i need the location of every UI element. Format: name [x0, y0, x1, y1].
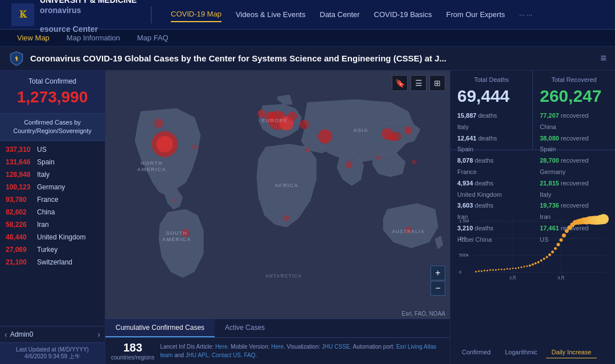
svg-point-55 [506, 268, 508, 270]
recovered-number: 260,247 [540, 86, 608, 106]
mobile-link[interactable]: Here [271, 344, 284, 350]
country-name: Spain [37, 158, 55, 166]
svg-point-44 [475, 271, 477, 272]
chevron-left-icon[interactable]: ‹ [5, 330, 7, 339]
tab-cumulative[interactable]: Cumulative Confirmed Cases [105, 319, 215, 337]
svg-point-46 [481, 270, 482, 272]
nav-basics[interactable]: COVID-19 Basics [374, 7, 432, 22]
menu-icon[interactable]: ≡ [600, 52, 606, 64]
chevron-right-icon[interactable]: › [97, 330, 100, 339]
svg-point-12 [345, 162, 352, 169]
svg-point-71 [548, 253, 551, 256]
sidebar-footer: ‹ Admin0 › [0, 326, 105, 342]
countries-block: 183 countries/regions [111, 341, 154, 361]
svg-point-67 [537, 261, 539, 263]
chart-tab-daily-increase[interactable]: Daily Increase [546, 346, 597, 358]
country-count: 93,780 [6, 196, 34, 204]
country-name: France [37, 196, 58, 204]
svg-point-3 [157, 136, 173, 152]
last-updated-label: Last Updated at (M/D/YYYY) [5, 346, 100, 353]
main-content: Total Confirmed 1,273,990 Confirmed Case… [0, 71, 615, 364]
nav-videos[interactable]: Videos & Live Events [236, 7, 306, 22]
svg-point-77 [562, 234, 566, 238]
list-item[interactable]: 82,602 China [0, 206, 105, 218]
svg-point-63 [526, 265, 528, 267]
svg-point-73 [554, 247, 557, 250]
svg-point-18 [154, 118, 164, 128]
list-item[interactable]: 131,646 Spain [0, 156, 105, 168]
contact-link[interactable]: Contact US [212, 352, 241, 358]
recovered-item: 77,207 recoveredChina [540, 110, 608, 133]
map-toolbar: 🔖 ☰ ⊞ [392, 75, 445, 91]
svg-point-61 [520, 266, 522, 268]
country-name: Italy [37, 171, 50, 179]
jhu-link[interactable]: JHU CSSE [322, 344, 350, 350]
svg-point-54 [503, 268, 505, 270]
total-confirmed-number: 1,273,990 [5, 88, 100, 106]
region-label: Confirmed Cases byCountry/Region/Soverei… [0, 114, 105, 141]
svg-point-75 [556, 243, 560, 246]
map-container[interactable]: NORTH AMERICA SOUTH AMERICA EUROPE AFRIC… [105, 71, 450, 318]
country-count: 337,310 [6, 146, 34, 154]
svg-point-60 [518, 267, 519, 268]
list-item[interactable]: 337,310 US [0, 143, 105, 156]
sub-nav-view-map[interactable]: View Map [17, 34, 50, 42]
svg-text:0: 0 [459, 270, 462, 275]
article-link[interactable]: Here [215, 344, 228, 350]
nav-more[interactable]: ··· ··· [519, 11, 532, 19]
list-item[interactable]: 58,226 Iran [0, 218, 105, 231]
bottom-info: 183 countries/regions Lancet Inf Dis Art… [105, 337, 450, 364]
svg-text:2月: 2月 [509, 275, 516, 280]
chart-tab-confirmed[interactable]: Confirmed [456, 346, 497, 358]
zoom-in-button[interactable]: + [430, 266, 445, 280]
zoom-out-button[interactable]: − [430, 281, 445, 296]
list-button[interactable]: ☰ [411, 75, 427, 91]
list-item[interactable]: 21,100 Switzerland [0, 256, 105, 268]
country-count: 128,948 [6, 171, 34, 179]
svg-point-69 [543, 258, 545, 260]
admin-label: Admin0 [10, 330, 34, 338]
list-item[interactable]: 48,440 United Kingdom [0, 231, 105, 243]
svg-text:AMERICA: AMERICA [162, 237, 191, 242]
faq-link[interactable]: FAQ [244, 352, 255, 358]
nav-links: COVID-19 Map Videos & Live Events Data C… [171, 7, 532, 22]
chart-svg: 1.5M 1M 500k 0 2月 3月 [456, 156, 609, 344]
bookmark-button[interactable]: 🔖 [392, 75, 408, 91]
country-name: Turkey [37, 246, 58, 254]
svg-point-52 [498, 268, 499, 270]
list-item[interactable]: 128,948 Italy [0, 168, 105, 181]
list-item[interactable]: 100,123 Germany [0, 181, 105, 193]
chart-tab-logarithmic[interactable]: Logarithmic [499, 346, 543, 358]
country-list[interactable]: 337,310 US 131,646 Spain 128,948 Italy 1… [0, 141, 105, 326]
sub-nav-map-faq[interactable]: Map FAQ [137, 34, 169, 42]
svg-point-15 [284, 216, 289, 221]
svg-text:EUROPE: EUROPE [261, 118, 288, 123]
list-item[interactable]: 27,069 Turkey [0, 243, 105, 256]
svg-point-56 [509, 268, 511, 270]
jhu-apl-link[interactable]: JHU APL [186, 352, 209, 358]
page-title: Coronavirus COVID-19 Global Cases by the… [30, 53, 600, 63]
grid-button[interactable]: ⊞ [429, 75, 445, 91]
country-count: 48,440 [6, 233, 34, 241]
map-area: NORTH AMERICA SOUTH AMERICA EUROPE AFRIC… [105, 71, 450, 364]
tab-active[interactable]: Active Cases [215, 319, 275, 337]
svg-point-66 [534, 262, 536, 264]
sub-nav-map-info[interactable]: Map Information [67, 34, 120, 42]
list-item[interactable]: 93,780 France [0, 193, 105, 206]
site-name: oronavirusesource Center [40, 5, 137, 34]
svg-text:ANTARCTICA: ANTARCTICA [265, 273, 302, 279]
svg-text:1.5M: 1.5M [459, 218, 469, 224]
stats-row: Total Deaths 69,444 15,887 deathsItaly 1… [450, 71, 615, 150]
nav-data-center[interactable]: Data Center [320, 7, 360, 22]
sidebar: Total Confirmed 1,273,990 Confirmed Case… [0, 71, 105, 364]
country-count: 58,226 [6, 221, 34, 229]
nav-experts[interactable]: From Our Experts [446, 7, 505, 22]
svg-point-64 [529, 264, 531, 267]
svg-point-76 [559, 238, 563, 242]
svg-point-45 [478, 270, 479, 272]
last-updated: Last Updated at (M/D/YYYY) 4/6/2020 9:34… [0, 342, 105, 364]
nav-covid19-map[interactable]: COVID-19 Map [171, 7, 222, 22]
svg-text:AUSTRALIA: AUSTRALIA [392, 229, 425, 234]
svg-point-19 [257, 110, 266, 118]
svg-point-8 [318, 129, 332, 143]
